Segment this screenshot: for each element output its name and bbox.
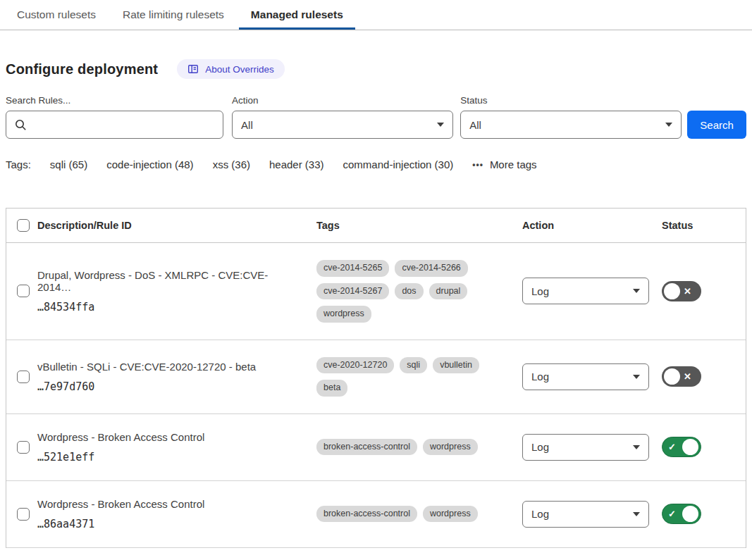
action-filter-group: Action All — [232, 95, 453, 139]
rule-action-select[interactable]: Log — [522, 363, 649, 390]
row-checkbox[interactable] — [17, 285, 30, 297]
tag-filter-sqli[interactable]: sqli (65) — [50, 158, 87, 170]
table-row: Wordpress - Broken Access Control…86aa43… — [6, 481, 746, 548]
rule-action-value: Log — [531, 371, 549, 382]
tag-pill-broken-access-control: broken-access-control — [316, 506, 417, 523]
row-checkbox[interactable] — [17, 508, 30, 521]
rule-id: …84534ffa — [37, 301, 300, 313]
rule-tags-cell: cve-2014-5265cve-2014-5266cve-2014-5267d… — [316, 260, 522, 323]
select-all-checkbox[interactable] — [17, 219, 30, 232]
search-input-box — [6, 111, 223, 139]
tag-pill-cve-2014-5267: cve-2014-5267 — [316, 283, 389, 300]
table-row: Wordpress - Broken Access Control…521e1e… — [6, 414, 746, 481]
tag-pills: cve-2020-12720sqlivbulletinbeta — [316, 357, 522, 397]
tag-pill-broken-access-control: broken-access-control — [316, 439, 417, 456]
tag-pill-vbulletin: vbulletin — [433, 357, 479, 374]
tag-pill-wordpress: wordpress — [423, 439, 478, 456]
more-tags-button[interactable]: ••• More tags — [472, 158, 536, 170]
filter-bar: Search Rules... Action All Status All — [6, 95, 746, 139]
rule-action-cell: Log — [522, 501, 662, 528]
rule-description-cell: Drupal, Wordpress - DoS - XMLRPC - CVE:C… — [37, 269, 316, 313]
tag-pills: broken-access-controlwordpress — [316, 439, 522, 456]
rule-id: …86aa4371 — [37, 518, 300, 530]
check-icon: ✓ — [665, 442, 679, 452]
page-header: Configure deployment About Overrides — [6, 59, 746, 79]
status-filter-label: Status — [460, 95, 682, 106]
row-checkbox-cell — [6, 285, 37, 297]
column-header-action: Action — [522, 220, 662, 231]
rule-tags-cell: cve-2020-12720sqlivbulletinbeta — [316, 357, 522, 397]
rule-action-select[interactable]: Log — [522, 434, 649, 461]
status-toggle[interactable]: ✕ — [662, 281, 701, 301]
action-filter-label: Action — [232, 95, 453, 106]
tag-pill-cve-2014-5265: cve-2014-5265 — [316, 260, 389, 277]
rule-action-value: Log — [531, 441, 549, 453]
column-header-tags: Tags — [316, 220, 522, 231]
action-filter-value: All — [241, 119, 253, 131]
column-header-description: Description/Rule ID — [37, 220, 316, 231]
chevron-down-icon — [633, 445, 640, 449]
rule-description: vBulletin - SQLi - CVE:CVE-2020-12720 - … — [37, 361, 300, 373]
row-checkbox-cell — [6, 508, 37, 521]
toggle-knob — [682, 439, 698, 455]
tab-bar: Custom rulesetsRate limiting rulesetsMan… — [0, 0, 752, 30]
tag-pills: broken-access-controlwordpress — [316, 506, 522, 523]
x-icon: ✕ — [680, 287, 695, 296]
page-title: Configure deployment — [6, 61, 158, 77]
chevron-down-icon — [633, 289, 640, 293]
rule-tags-cell: broken-access-controlwordpress — [316, 439, 522, 456]
column-header-status: Status — [662, 220, 746, 231]
tag-pills: cve-2014-5265cve-2014-5266cve-2014-5267d… — [316, 260, 522, 323]
table-row: vBulletin - SQLi - CVE:CVE-2020-12720 - … — [6, 340, 746, 414]
tag-filter-xss[interactable]: xss (36) — [213, 158, 250, 170]
tag-filter-code-injection[interactable]: code-injection (48) — [106, 158, 193, 170]
rule-action-cell: Log — [522, 434, 662, 461]
chevron-down-icon — [633, 375, 640, 379]
tag-filter-command-injection[interactable]: command-injection (30) — [343, 158, 454, 170]
rule-description: Wordpress - Broken Access Control — [37, 498, 300, 510]
rules-table: Description/Rule ID Tags Action Status D… — [6, 208, 746, 548]
check-icon: ✓ — [665, 509, 679, 518]
row-checkbox-cell — [6, 441, 37, 454]
rule-description-cell: vBulletin - SQLi - CVE:CVE-2020-12720 - … — [37, 361, 316, 393]
action-filter-select[interactable]: All — [232, 111, 453, 139]
tag-pill-wordpress: wordpress — [316, 306, 371, 323]
tag-filter-header[interactable]: header (33) — [269, 158, 324, 170]
chevron-down-icon — [665, 123, 672, 127]
status-toggle[interactable]: ✓ — [662, 504, 701, 524]
status-toggle[interactable]: ✓ — [662, 437, 701, 457]
about-overrides-badge[interactable]: About Overrides — [177, 59, 285, 79]
row-checkbox[interactable] — [17, 441, 30, 454]
tag-links: sqli (65)code-injection (48)xss (36)head… — [50, 158, 472, 170]
tab-managed-rulesets[interactable]: Managed rulesets — [239, 0, 355, 30]
rule-status-cell: ✓ — [662, 437, 746, 457]
rule-action-value: Log — [531, 508, 549, 520]
rule-description: Drupal, Wordpress - DoS - XMLRPC - CVE:C… — [37, 269, 300, 293]
rule-action-value: Log — [531, 285, 549, 297]
rule-action-select[interactable]: Log — [522, 278, 649, 304]
search-rules-group: Search Rules... — [6, 95, 223, 139]
status-toggle[interactable]: ✕ — [662, 366, 701, 387]
toggle-knob — [664, 368, 680, 385]
toggle-knob — [664, 283, 680, 299]
status-filter-group: Status All — [460, 95, 682, 139]
tag-pill-wordpress: wordpress — [423, 506, 478, 523]
rule-description-cell: Wordpress - Broken Access Control…521e1e… — [37, 431, 316, 463]
rule-action-cell: Log — [522, 363, 662, 390]
search-button[interactable]: Search — [687, 111, 746, 139]
tab-custom-rulesets[interactable]: Custom rulesets — [5, 0, 108, 30]
tab-rate-limiting-rulesets[interactable]: Rate limiting rulesets — [111, 0, 236, 30]
rule-description-cell: Wordpress - Broken Access Control…86aa43… — [37, 498, 316, 530]
book-icon — [187, 63, 199, 75]
tag-pill-cve-2020-12720: cve-2020-12720 — [316, 357, 394, 374]
row-checkbox[interactable] — [17, 371, 30, 383]
rule-action-select[interactable]: Log — [522, 501, 649, 528]
rule-id: …7e97d760 — [37, 380, 300, 393]
table-body: Drupal, Wordpress - DoS - XMLRPC - CVE:C… — [6, 243, 746, 548]
search-rules-label: Search Rules... — [6, 95, 223, 106]
ellipsis-icon: ••• — [472, 160, 483, 170]
status-filter-select[interactable]: All — [460, 111, 682, 139]
search-rules-input[interactable] — [33, 119, 214, 131]
rule-tags-cell: broken-access-controlwordpress — [316, 506, 522, 523]
rule-status-cell: ✓ — [662, 504, 746, 524]
